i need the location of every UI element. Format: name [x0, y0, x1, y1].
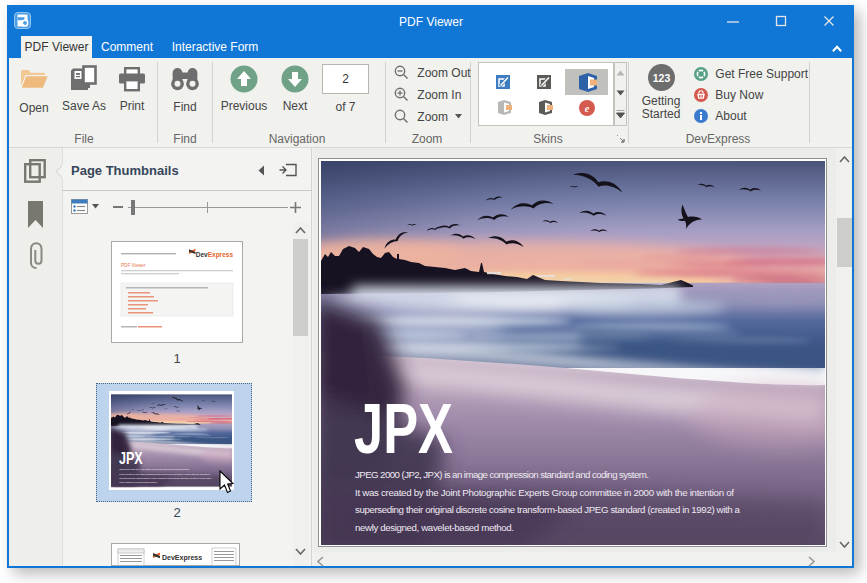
svg-text:DevExpress: DevExpress	[196, 251, 234, 259]
svg-text:123: 123	[652, 71, 670, 83]
svg-text:e: e	[585, 103, 590, 114]
svg-text:DevExpress: DevExpress	[162, 554, 202, 562]
svg-text:PDF Viewer: PDF Viewer	[121, 263, 146, 268]
